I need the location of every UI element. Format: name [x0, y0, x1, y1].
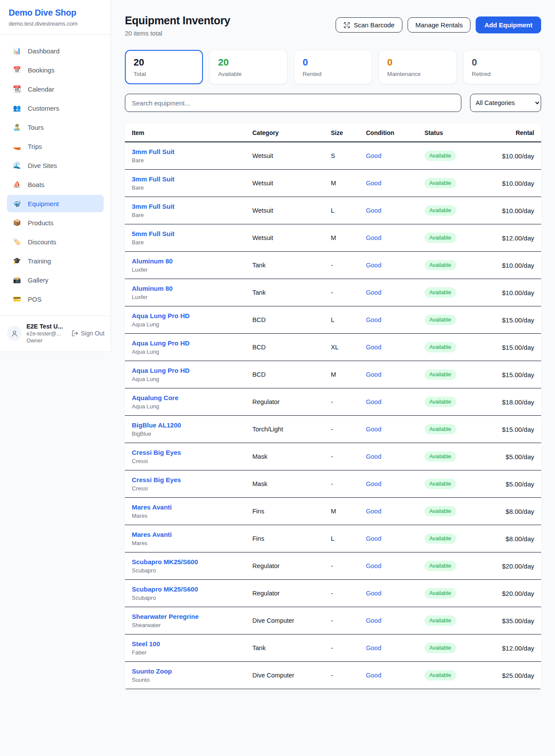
- stat-card-available[interactable]: 20 Available: [209, 50, 287, 84]
- condition-link[interactable]: Good: [366, 180, 381, 187]
- cell-rental: $15.00/day: [480, 334, 541, 361]
- cell-category: Regulator: [245, 552, 324, 580]
- condition-link[interactable]: Good: [366, 562, 381, 569]
- scan-barcode-button[interactable]: Scan Barcode: [336, 17, 402, 33]
- item-name-link[interactable]: Mares Avanti: [132, 531, 238, 538]
- item-name-link[interactable]: Mares Avanti: [132, 503, 238, 511]
- brand-block: Demo Dive Shop demo.test.divestreams.com: [0, 0, 111, 34]
- status-badge: Available: [424, 670, 456, 680]
- item-name-link[interactable]: 3mm Full Suit: [132, 175, 238, 183]
- condition-link[interactable]: Good: [366, 234, 381, 241]
- stat-card-maintenance[interactable]: 0 Maintenance: [379, 50, 457, 84]
- condition-link[interactable]: Good: [366, 672, 381, 679]
- stats-row: 20 Total 20 Available 0 Rented 0 Mainten…: [125, 50, 541, 84]
- nav-item-label: Equipment: [28, 200, 59, 207]
- item-name-link[interactable]: Scubapro MK25/S600: [132, 585, 238, 593]
- item-brand: Bare: [132, 239, 238, 246]
- item-name-link[interactable]: Aluminum 80: [132, 257, 238, 265]
- item-name-link[interactable]: BigBlue AL1200: [132, 421, 238, 429]
- condition-link[interactable]: Good: [366, 508, 381, 515]
- item-name-link[interactable]: Scubapro MK25/S600: [132, 558, 238, 565]
- nav-item-label: Discounts: [28, 238, 56, 246]
- sidebar-item-pos[interactable]: 💳 POS: [7, 290, 104, 308]
- item-name-link[interactable]: Cressi Big Eyes: [132, 449, 238, 456]
- stat-label: Retired: [472, 71, 532, 77]
- stat-value: 0: [387, 57, 448, 68]
- cell-rental: $15.00/day: [480, 361, 541, 388]
- sidebar-item-gallery[interactable]: 📸 Gallery: [7, 271, 104, 289]
- header-actions: Scan Barcode Manage Rentals Add Equipmen…: [336, 16, 541, 33]
- manage-rentals-button[interactable]: Manage Rentals: [408, 17, 470, 33]
- column-header: Status: [418, 123, 480, 142]
- nav-item-icon: 📸: [12, 276, 22, 284]
- app-layout: Demo Dive Shop demo.test.divestreams.com…: [0, 0, 555, 705]
- sidebar-item-products[interactable]: 📦 Products: [7, 214, 104, 231]
- sidebar-item-discounts[interactable]: 🏷️ Discounts: [7, 233, 104, 250]
- sidebar-item-bookings[interactable]: 📅 Bookings: [7, 61, 104, 79]
- sidebar-item-training[interactable]: 🎓 Training: [7, 252, 104, 270]
- table-row: Shearwater Peregrine Shearwater Dive Com…: [125, 607, 541, 634]
- condition-link[interactable]: Good: [366, 262, 381, 269]
- cell-category: BCD: [245, 306, 324, 334]
- condition-link[interactable]: Good: [366, 289, 381, 296]
- nav-item-icon: 📅: [12, 66, 22, 74]
- item-name-link[interactable]: Shearwater Peregrine: [132, 613, 238, 620]
- item-name-link[interactable]: 5mm Full Suit: [132, 230, 238, 237]
- nav-item-label: Gallery: [28, 276, 49, 284]
- stat-card-retired[interactable]: 0 Retired: [463, 50, 541, 84]
- item-brand: Scubapro: [132, 595, 238, 601]
- add-equipment-button[interactable]: Add Equipment: [476, 16, 541, 33]
- condition-link[interactable]: Good: [366, 316, 381, 323]
- stat-value: 0: [472, 57, 532, 68]
- condition-link[interactable]: Good: [366, 371, 381, 378]
- nav-item-label: Boats: [28, 181, 44, 188]
- condition-link[interactable]: Good: [366, 344, 381, 351]
- sidebar-item-trips[interactable]: 🚤 Trips: [7, 138, 104, 155]
- condition-link[interactable]: Good: [366, 398, 381, 405]
- stat-card-rented[interactable]: 0 Rented: [294, 50, 372, 84]
- condition-link[interactable]: Good: [366, 152, 381, 159]
- stat-label: Rented: [303, 71, 363, 77]
- item-brand: Suunto: [132, 677, 238, 683]
- sidebar-item-dashboard[interactable]: 📊 Dashboard: [7, 42, 104, 59]
- cell-size: -: [324, 580, 359, 607]
- item-name-link[interactable]: Steel 100: [132, 640, 238, 648]
- condition-link[interactable]: Good: [366, 426, 381, 433]
- item-name-link[interactable]: Aqua Lung Pro HD: [132, 339, 238, 347]
- item-name-link[interactable]: Suunto Zoop: [132, 667, 238, 675]
- status-badge: Available: [424, 533, 456, 544]
- sidebar-item-calendar[interactable]: 📆 Calendar: [7, 80, 104, 98]
- page-title: Equipment Inventory: [125, 14, 230, 27]
- stat-card-total[interactable]: 20 Total: [125, 50, 203, 84]
- condition-link[interactable]: Good: [366, 480, 381, 487]
- cell-size: M: [324, 224, 359, 252]
- cell-rental: $10.00/day: [480, 197, 541, 224]
- condition-link[interactable]: Good: [366, 644, 381, 651]
- condition-link[interactable]: Good: [366, 590, 381, 597]
- condition-link[interactable]: Good: [366, 453, 381, 460]
- item-name-link[interactable]: Aqua Lung Pro HD: [132, 367, 238, 374]
- item-name-link[interactable]: Aluminum 80: [132, 285, 238, 292]
- cell-size: L: [324, 306, 359, 334]
- table-row: Aqua Lung Pro HD Aqua Lung BCD XL Good A…: [125, 334, 541, 361]
- item-name-link[interactable]: Cressi Big Eyes: [132, 476, 238, 483]
- category-select[interactable]: All Categories: [470, 94, 541, 112]
- item-name-link[interactable]: 3mm Full Suit: [132, 203, 238, 210]
- sidebar-item-customers[interactable]: 👥 Customers: [7, 99, 104, 117]
- sidebar-item-dive-sites[interactable]: 🌊 Dive Sites: [7, 157, 104, 174]
- search-input[interactable]: [125, 94, 461, 112]
- cell-category: Wetsuit: [245, 197, 324, 224]
- condition-link[interactable]: Good: [366, 207, 381, 214]
- condition-link[interactable]: Good: [366, 617, 381, 624]
- sign-out-button[interactable]: Sign Out: [72, 330, 104, 337]
- item-name-link[interactable]: Aqua Lung Pro HD: [132, 312, 238, 319]
- item-name-link[interactable]: 3mm Full Suit: [132, 148, 238, 155]
- condition-link[interactable]: Good: [366, 535, 381, 542]
- sidebar-item-boats[interactable]: ⛵ Boats: [7, 176, 104, 193]
- sidebar-item-tours[interactable]: 🏝️ Tours: [7, 118, 104, 136]
- nav-item-label: Tours: [28, 124, 44, 131]
- table-row: 3mm Full Suit Bare Wetsuit M Good Availa…: [125, 170, 541, 197]
- item-name-link[interactable]: Aqualung Core: [132, 394, 238, 401]
- sidebar-item-equipment[interactable]: 🤿 Equipment: [7, 195, 104, 212]
- table-row: Scubapro MK25/S600 Scubapro Regulator - …: [125, 552, 541, 580]
